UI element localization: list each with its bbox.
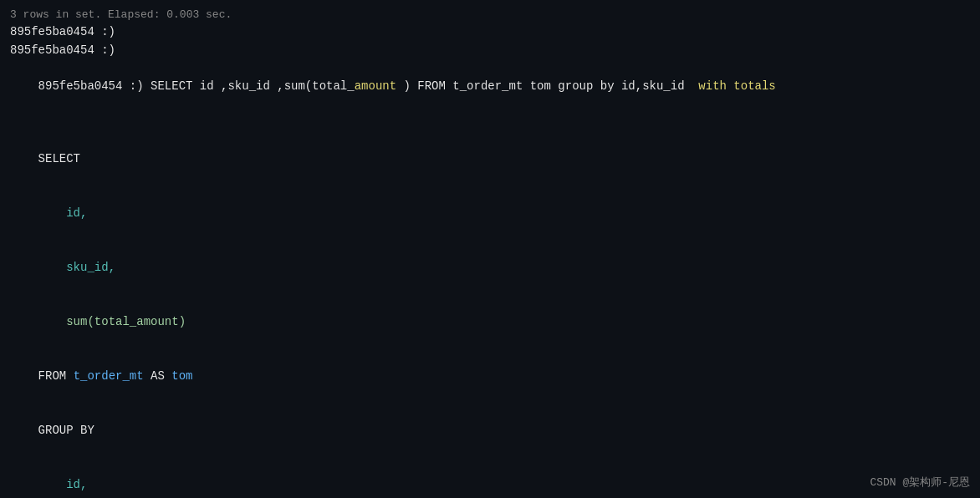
prompt-line-1: 895fe5ba0454 :): [10, 23, 970, 42]
sql-group-id: id,: [10, 459, 970, 498]
prompt-line-2: 895fe5ba0454 :): [10, 42, 970, 60]
sql-field-sku: sku_id,: [10, 241, 970, 295]
sql-from: FROM t_order_mt AS tom: [10, 350, 970, 404]
blank-line-1: [10, 114, 970, 133]
scroll-top-indicator: 3 rows in set. Elapsed: 0.003 sec.: [10, 7, 970, 23]
terminal-window: 3 rows in set. Elapsed: 0.003 sec. 895fe…: [0, 0, 980, 498]
command-line: 895fe5ba0454 :) SELECT id ,sku_id ,sum(t…: [10, 60, 970, 114]
sql-group-by: GROUP BY: [10, 404, 970, 459]
command-prefix: 895fe5ba0454 :) SELECT id ,sku_id ,sum(t…: [38, 79, 355, 93]
watermark: CSDN @架构师-尼恩: [870, 475, 970, 490]
command-middle: ) FROM t_order_mt tom group by id,sku_id: [396, 79, 698, 93]
sql-select: SELECT: [10, 132, 970, 186]
sql-field-id: id,: [10, 186, 970, 241]
sql-field-sum: sum(total_amount): [10, 295, 970, 349]
command-amount: amount: [355, 79, 396, 93]
command-with-totals: with totals: [698, 79, 775, 93]
